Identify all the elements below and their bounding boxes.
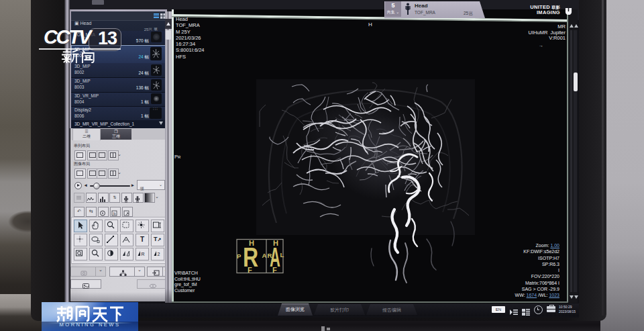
svg-text:b: b bbox=[113, 211, 116, 216]
svg-text:2: 2 bbox=[158, 252, 160, 256]
svg-text:R: R bbox=[142, 252, 145, 256]
svg-text:P: P bbox=[237, 252, 241, 260]
svg-text:F: F bbox=[248, 266, 252, 274]
